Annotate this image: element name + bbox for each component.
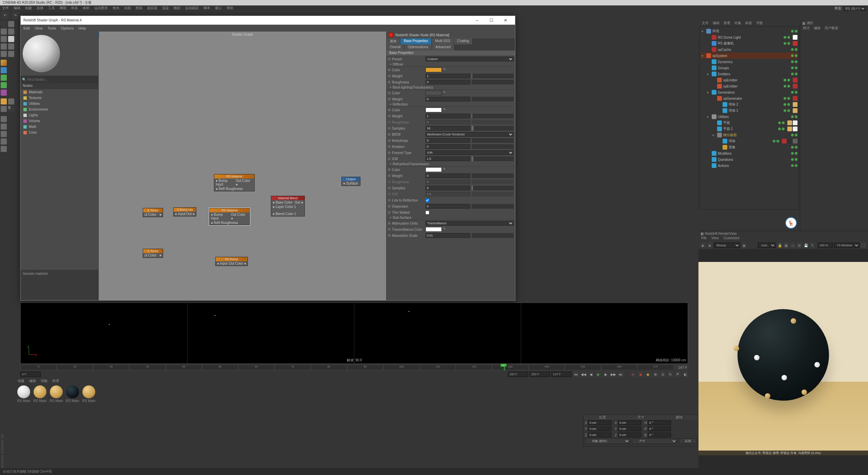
menu-选择[interactable]: 选择 xyxy=(37,6,43,11)
mode-model[interactable] xyxy=(1,116,7,122)
step-back[interactable]: ◀◀ xyxy=(580,371,587,377)
tree-平面.1[interactable]: 平面.1 xyxy=(701,126,797,132)
rv-fit-select[interactable]: Fit Window xyxy=(834,243,860,248)
row-refl-rough[interactable]: Roughness0 xyxy=(387,119,515,125)
tool-render[interactable]: S xyxy=(8,106,14,112)
thinwalled-checkbox[interactable] xyxy=(426,211,429,214)
row-refr-color[interactable]: Color✎ xyxy=(387,167,515,173)
shader-window-titlebar[interactable]: Redshift Shader Graph - RS Material.4 ─ … xyxy=(21,16,515,25)
shader-graph-window[interactable]: Redshift Shader Graph - RS Material.4 ─ … xyxy=(20,16,515,301)
node-cat-textures[interactable]: Textures xyxy=(21,95,98,101)
step-fwd[interactable]: ▶▶ xyxy=(610,371,616,377)
ptab-3[interactable]: Coating xyxy=(454,38,473,44)
tree-平面[interactable]: 平面 xyxy=(701,120,797,126)
tree-xpEmitter[interactable]: xpEmitter xyxy=(701,77,797,83)
row-preset[interactable]: PresetCustom xyxy=(387,56,515,62)
rv-region[interactable]: ▭ xyxy=(790,242,795,248)
prev-frame[interactable]: ◀ xyxy=(588,371,594,377)
menu-创建[interactable]: 创建 xyxy=(25,6,32,11)
row-atten-units[interactable]: Attenuation UnitsTransmittance xyxy=(387,220,515,226)
material-4[interactable]: RS Mate xyxy=(81,385,96,403)
coord-apply-button[interactable]: 应用 xyxy=(679,438,697,444)
autokey-button[interactable]: ◉ xyxy=(637,371,644,377)
sw-menu-edit[interactable]: Edit xyxy=(23,26,30,30)
tree-xpGenerator[interactable]: xpGenerator xyxy=(701,95,797,101)
rv-auto-select[interactable]: Auto xyxy=(758,243,776,248)
tree-Dynamics[interactable]: Dynamics xyxy=(701,59,797,65)
viewport-persp[interactable]: yx xyxy=(21,303,188,363)
rv-picker[interactable]: ✎ xyxy=(810,242,815,248)
attrib-tab-模式[interactable]: 模式 xyxy=(803,26,810,31)
node-texture-2[interactable]: S Textur ut Color● xyxy=(143,249,163,258)
attrib-tab-用户数据[interactable]: 用户数据 xyxy=(825,26,838,31)
tree-Modifiers[interactable]: Modifiers xyxy=(701,150,797,156)
obj-tab-查看[interactable]: 查看 xyxy=(724,21,730,25)
node-cat-math[interactable]: Math xyxy=(21,124,98,130)
diffuse-color-swatch[interactable] xyxy=(426,68,442,72)
tool-xray[interactable] xyxy=(1,43,7,50)
viewport-row[interactable]: yx 帧速: 90.9 网格间距: 10000 cm xyxy=(20,303,688,364)
sw-menu-tools[interactable]: Tools xyxy=(47,26,56,30)
key-rot[interactable]: ↻ xyxy=(667,371,673,377)
row-refr-weight[interactable]: Weight0 xyxy=(387,173,515,179)
play-button[interactable]: ▶ xyxy=(595,371,601,377)
eyedropper-icon[interactable]: ✎ xyxy=(443,68,448,72)
goto-end[interactable]: ⏭ xyxy=(618,371,624,377)
node-output[interactable]: Output ● Surface xyxy=(341,177,360,186)
subsec-diffuse[interactable]: Diffuse xyxy=(387,62,515,67)
row-diff-weight[interactable]: Weight1 xyxy=(387,73,515,79)
ptab-1[interactable]: Base Properties xyxy=(400,38,432,44)
menu-体积[interactable]: 体积 xyxy=(83,6,90,11)
mat-tab-编辑[interactable]: 编辑 xyxy=(29,379,36,384)
next-frame[interactable]: ▶ xyxy=(603,371,609,377)
row-link-refl[interactable]: Link to Reflection xyxy=(387,197,515,203)
menu-雕刻[interactable]: 雕刻 xyxy=(174,6,180,11)
ptab2-2[interactable]: Advanced xyxy=(432,44,454,51)
obj-tab-编辑[interactable]: 编辑 xyxy=(713,21,719,25)
tree-Actions[interactable]: Actions xyxy=(701,163,797,169)
tree-RS Dome Light[interactable]: RS Dome Light xyxy=(701,34,797,40)
tool-move[interactable] xyxy=(8,21,14,27)
maximize-button[interactable]: ☐ xyxy=(485,17,498,24)
shader-menubar[interactable]: EditViewToolsOptionsHelp xyxy=(21,25,515,32)
row-aniso[interactable]: Anisotropy0 xyxy=(387,137,515,144)
tool-env[interactable] xyxy=(1,98,7,104)
row-refr-ior[interactable]: IOR1.5 xyxy=(387,191,515,197)
tree-RS 摄像机[interactable]: RS 摄像机 xyxy=(701,40,797,46)
tree-球体[interactable]: 球体 xyxy=(701,138,797,144)
object-tree[interactable]: ▾环境RS Dome LightRS 摄像机xpCache▾xpSystemDy… xyxy=(699,26,799,210)
rv-save[interactable]: 💾 xyxy=(803,242,808,248)
tree-xpCache[interactable]: xpCache xyxy=(701,46,797,53)
tool-deformer[interactable] xyxy=(1,90,7,96)
ptab2-1[interactable]: Optimizations xyxy=(405,44,432,51)
ptab-0[interactable]: 基本 xyxy=(387,38,400,44)
timeline-ruler[interactable]: 0102030405060708090100110120130140150160… xyxy=(20,364,688,370)
ptab2-0[interactable]: Overall xyxy=(387,44,405,51)
tree-球体.2[interactable]: 球体.2 xyxy=(701,101,797,108)
layout-selector[interactable]: 界面: RS (用户) xyxy=(834,6,866,11)
rv-zoom[interactable] xyxy=(818,243,833,248)
frame-max[interactable] xyxy=(551,372,572,377)
tree-xpEmitter[interactable]: xpEmitter xyxy=(701,83,797,89)
mode-texture[interactable] xyxy=(1,124,7,130)
obj-tab-对象[interactable]: 对象 xyxy=(734,21,741,25)
preset-select[interactable]: Custom xyxy=(426,57,514,61)
row-diff-color[interactable]: Color✎ xyxy=(387,67,515,73)
row-refl-weight[interactable]: Weight1 xyxy=(387,113,515,119)
search-input[interactable] xyxy=(27,78,97,81)
mat-tab-纹理[interactable]: 纹理 xyxy=(52,379,59,384)
material-0[interactable]: RS Mate xyxy=(16,385,31,403)
renderview-viewport[interactable]: 微信公众号: 野霸志 微博: 野霸志 作者: 马霸野郎 (6.20s) xyxy=(698,249,868,468)
key-param[interactable]: P xyxy=(675,371,681,377)
menu-工具[interactable]: 工具 xyxy=(48,6,55,11)
eyedropper-icon[interactable]: ✎ xyxy=(443,91,448,95)
tool-recent[interactable] xyxy=(1,36,7,42)
viewport-right[interactable] xyxy=(354,303,521,363)
tool-lock[interactable] xyxy=(8,51,14,57)
ptab-2[interactable]: Multi-SSS xyxy=(432,38,454,44)
close-button[interactable]: ✕ xyxy=(499,17,512,24)
node-cat-lights[interactable]: Lights xyxy=(21,112,98,118)
keyframe-button[interactable]: ◆ xyxy=(645,371,651,377)
playhead[interactable]: 147 xyxy=(504,364,505,370)
row-refl-samples[interactable]: Samples16 xyxy=(387,125,515,131)
